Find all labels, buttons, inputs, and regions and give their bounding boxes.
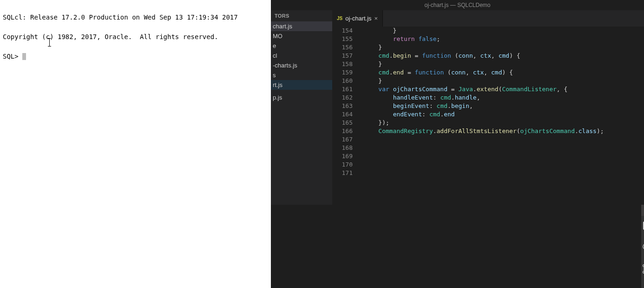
code-line[interactable]: } [364,60,644,68]
terminal-line: Copyright (c) 1982, 2017, Oracle. All ri… [3,33,218,40]
sidebar-item[interactable]: chart.js [271,21,332,31]
editor-tabs: JS oj-chart.js × [332,10,644,27]
code-line[interactable]: } [364,77,644,85]
text-cursor-icon [48,38,49,47]
tab-oj-chart[interactable]: JS oj-chart.js × [332,10,383,27]
window-titlebar[interactable]: index.html — ojSQLcl [641,205,644,216]
cursor-icon [22,53,26,60]
line-number-gutter: 1541551561571581591601611621631641651661… [332,27,359,205]
code-line[interactable]: return false; [364,35,644,43]
sidebar-item[interactable]: s [271,70,332,80]
sidebar-item[interactable]: -charts.js [271,60,332,70]
code-area[interactable]: } return false; } cmd.begin = function (… [359,27,644,205]
code-line[interactable]: CommandRegistry.addForAllStmtsListener(o… [364,127,644,135]
close-icon[interactable]: × [375,15,378,22]
tab-label: oj-chart.js [345,15,371,22]
code-line[interactable]: cmd.end = function (conn, ctx, cmd) { [364,68,644,77]
code-line[interactable]: beginEvent: cmd.begin, [364,102,644,110]
code-line[interactable]: } [364,27,644,35]
sidebar-item[interactable]: e [271,41,332,51]
editor-window-bottom: index.html — ojSQLcl EXPLORER OPEN [641,205,644,288]
sidebar-item[interactable]: cl [271,51,332,60]
search-icon[interactable] [641,242,644,255]
sidebar-section-header: TORS [271,10,332,21]
terminal-prompt: SQL> [3,53,22,60]
sidebar-item[interactable]: p.js [271,93,332,102]
explorer-icon[interactable] [641,221,644,234]
code-line[interactable]: }); [364,119,644,127]
sidebar-item[interactable]: rt.js [271,80,332,90]
editor-window-top: oj-chart.js — SQLCLDemo TORS chart.jsMOe… [271,0,644,205]
code-line[interactable]: } [364,43,644,52]
code-line[interactable]: handleEvent: cmd.handle, [364,94,644,102]
source-control-icon[interactable] [641,263,644,276]
activity-bar [641,216,644,288]
terminal-line: SQLcl: Release 17.2.0 Production on Wed … [3,13,238,21]
file-explorer-sidebar[interactable]: TORS chart.jsMOecl-charts.jssrt.jsp.js [271,10,332,205]
code-line[interactable]: endEvent: cmd.end [364,110,644,119]
code-line[interactable]: cmd.begin = function (conn, ctx, cmd) { [364,52,644,60]
js-file-icon: JS [337,16,342,21]
code-line[interactable]: var ojChartsCommand = Java.extend(Comman… [364,85,644,94]
terminal-pane[interactable]: SQLcl: Release 17.2.0 Production on Wed … [0,0,271,288]
sidebar-item[interactable]: MO [271,31,332,41]
window-title: oj-chart.js — SQLCLDemo [271,2,644,8]
